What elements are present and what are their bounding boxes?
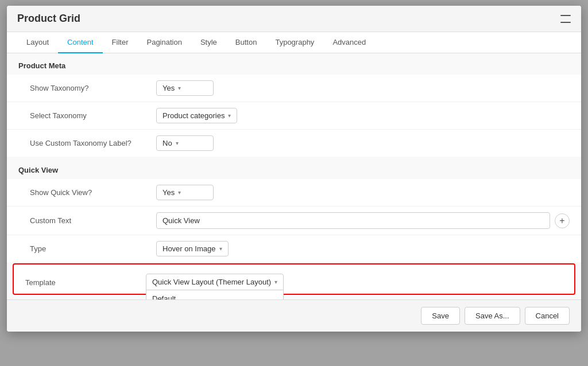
chevron-down-icon: ▾ bbox=[178, 189, 181, 196]
modal-overlay: Product Grid Layout Content Filter Pagin… bbox=[0, 0, 588, 366]
show-taxonomy-row: Show Taxonomy? Yes ▾ bbox=[7, 75, 581, 102]
template-row-inner: Template Quick View Layout (Themer Layou… bbox=[20, 270, 568, 294]
type-row: Type Hover on Image ▾ bbox=[7, 235, 581, 262]
chevron-down-icon: ▾ bbox=[219, 246, 222, 252]
quick-view-section: Quick View Show Quick View? Yes ▾ Custom… bbox=[7, 158, 581, 262]
modal-body: Product Meta Show Taxonomy? Yes ▾ Select… bbox=[7, 53, 581, 299]
minimize-icon[interactable] bbox=[560, 15, 571, 23]
show-quick-view-row: Show Quick View? Yes ▾ bbox=[7, 179, 581, 207]
template-selected-value: Quick View Layout (Themer Layout) bbox=[152, 278, 271, 286]
template-dropdown-container: Quick View Layout (Themer Layout) ▾ Defa… bbox=[146, 274, 284, 290]
select-taxonomy-select[interactable]: Product categories ▾ bbox=[156, 108, 237, 123]
tab-button[interactable]: Button bbox=[226, 32, 266, 53]
tab-pagination[interactable]: Pagination bbox=[137, 32, 191, 53]
quick-view-body: Show Quick View? Yes ▾ Custom Text bbox=[7, 179, 581, 262]
type-control: Hover on Image ▾ bbox=[156, 241, 570, 256]
tab-style[interactable]: Style bbox=[191, 32, 226, 53]
modal: Product Grid Layout Content Filter Pagin… bbox=[7, 6, 581, 332]
tab-layout[interactable]: Layout bbox=[17, 32, 58, 53]
save-as-button[interactable]: Save As... bbox=[465, 307, 520, 325]
template-section: Template Quick View Layout (Themer Layou… bbox=[13, 263, 575, 295]
custom-text-row: Custom Text + bbox=[7, 207, 581, 235]
custom-taxonomy-label-control: No ▾ bbox=[156, 135, 570, 151]
show-taxonomy-label: Show Taxonomy? bbox=[30, 84, 156, 92]
show-taxonomy-control: Yes ▾ bbox=[156, 80, 570, 96]
chevron-down-icon: ▾ bbox=[228, 112, 231, 119]
template-dropdown-wrapper: Quick View Layout (Themer Layout) ▾ Defa… bbox=[146, 274, 563, 290]
custom-taxonomy-label-select[interactable]: No ▾ bbox=[156, 135, 214, 151]
add-custom-text-button[interactable]: + bbox=[555, 213, 570, 228]
chevron-down-icon: ▾ bbox=[176, 140, 179, 146]
type-select[interactable]: Hover on Image ▾ bbox=[156, 241, 229, 256]
custom-text-control: + bbox=[156, 212, 570, 229]
save-button[interactable]: Save bbox=[421, 307, 460, 325]
modal-footer: Save Save As... Cancel bbox=[7, 299, 581, 332]
template-select[interactable]: Quick View Layout (Themer Layout) ▾ bbox=[146, 274, 284, 290]
product-meta-body: Show Taxonomy? Yes ▾ Select Taxonomy bbox=[7, 75, 581, 157]
tab-advanced[interactable]: Advanced bbox=[323, 32, 375, 53]
show-taxonomy-select[interactable]: Yes ▾ bbox=[156, 80, 214, 96]
template-option-default[interactable]: Default bbox=[146, 290, 283, 299]
custom-taxonomy-label-row: Use Custom Taxonomy Label? No ▾ bbox=[7, 130, 581, 157]
cancel-button[interactable]: Cancel bbox=[525, 307, 570, 325]
custom-text-input[interactable] bbox=[156, 212, 550, 229]
select-taxonomy-control: Product categories ▾ bbox=[156, 108, 570, 123]
modal-header: Product Grid bbox=[7, 6, 581, 32]
custom-text-label: Custom Text bbox=[30, 216, 156, 225]
show-quick-view-label: Show Quick View? bbox=[30, 188, 156, 197]
product-meta-section: Product Meta Show Taxonomy? Yes ▾ Select… bbox=[7, 53, 581, 157]
template-label: Template bbox=[25, 274, 146, 287]
custom-text-input-group: + bbox=[156, 212, 570, 229]
custom-taxonomy-label-label: Use Custom Taxonomy Label? bbox=[30, 139, 156, 147]
modal-title: Product Grid bbox=[17, 13, 80, 25]
product-meta-header: Product Meta bbox=[7, 53, 581, 75]
tab-filter[interactable]: Filter bbox=[103, 32, 138, 53]
select-taxonomy-row: Select Taxonomy Product categories ▾ bbox=[7, 102, 581, 130]
tab-bar: Layout Content Filter Pagination Style B… bbox=[7, 32, 581, 53]
chevron-down-icon: ▾ bbox=[178, 85, 181, 91]
select-taxonomy-label: Select Taxonomy bbox=[30, 111, 156, 120]
show-quick-view-select[interactable]: Yes ▾ bbox=[156, 185, 214, 200]
chevron-down-icon: ▾ bbox=[274, 279, 277, 285]
quick-view-header: Quick View bbox=[7, 158, 581, 179]
type-label: Type bbox=[30, 244, 156, 253]
tab-content[interactable]: Content bbox=[58, 32, 103, 53]
tab-typography[interactable]: Typography bbox=[266, 32, 323, 53]
template-dropdown-menu: Default Quick View Layout (Themer Layout… bbox=[146, 290, 284, 299]
show-quick-view-control: Yes ▾ bbox=[156, 185, 570, 200]
